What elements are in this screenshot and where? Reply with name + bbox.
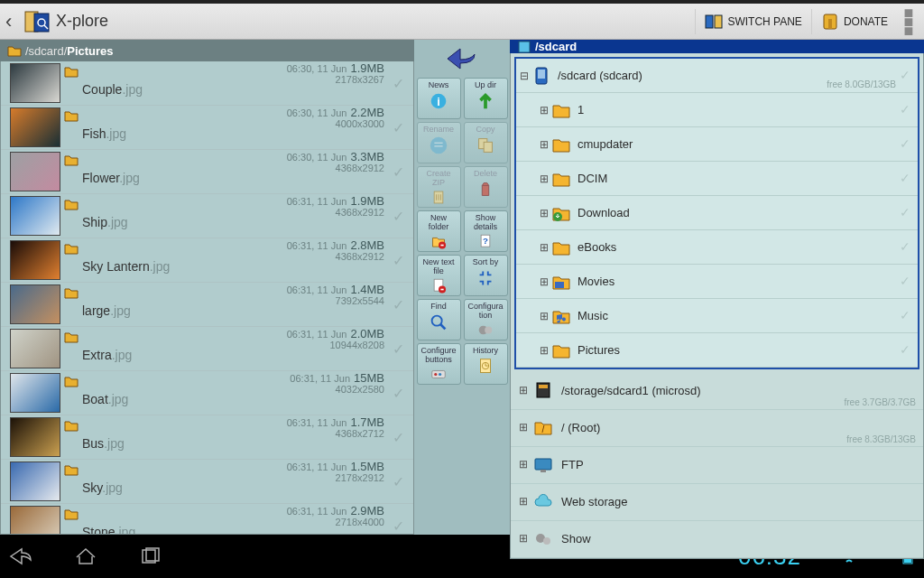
check-icon[interactable]: ✓ bbox=[393, 385, 404, 402]
tool-button[interactable]: Sort by bbox=[464, 255, 508, 296]
tool-label: Up dir bbox=[475, 80, 496, 89]
check-icon[interactable]: ✓ bbox=[900, 68, 910, 82]
nav-recent-icon[interactable] bbox=[137, 546, 164, 566]
folder-item[interactable]: ⊞DCIM✓ bbox=[516, 162, 918, 196]
expand-icon[interactable]: ⊞ bbox=[538, 275, 550, 288]
check-icon[interactable]: ✓ bbox=[900, 205, 910, 219]
tool-button[interactable]: Rename bbox=[417, 122, 461, 163]
storage-item[interactable]: ⊞/storage/sdcard1 (microsd)free 3.7GB/3.… bbox=[511, 373, 923, 410]
file-item[interactable]: Couple.jpg06:30, 11 Jun1.9MB2178x3267✓ bbox=[1, 61, 413, 106]
file-item[interactable]: Flower.jpg06:30, 11 Jun3.3MB4368x2912✓ bbox=[1, 150, 413, 194]
file-item[interactable]: Boat.jpg06:31, 11 Jun15MB4032x2580✓ bbox=[1, 371, 413, 415]
tool-button[interactable]: Newsi bbox=[417, 78, 461, 119]
check-icon[interactable]: ✓ bbox=[900, 136, 910, 151]
overflow-menu-icon[interactable]: ■■■ bbox=[897, 8, 919, 35]
left-path-bar[interactable]: /sdcard/Pictures bbox=[0, 40, 414, 61]
check-icon[interactable]: ✓ bbox=[900, 342, 910, 357]
tool-button[interactable]: Configuration bbox=[464, 299, 508, 340]
expand-icon[interactable]: ⊞ bbox=[538, 138, 550, 151]
expand-icon[interactable]: ⊞ bbox=[538, 207, 550, 219]
expand-icon[interactable]: ⊞ bbox=[514, 532, 532, 545]
direction-arrow-icon[interactable] bbox=[444, 45, 480, 72]
check-icon[interactable]: ✓ bbox=[900, 239, 910, 254]
back-icon[interactable]: ‹ bbox=[5, 10, 22, 33]
svg-rect-7 bbox=[828, 19, 832, 29]
check-icon[interactable]: ✓ bbox=[393, 429, 404, 446]
file-item[interactable]: Bus.jpg06:31, 11 Jun1.7MB4368x2712✓ bbox=[1, 415, 413, 460]
storage-item[interactable]: ⊞Show bbox=[511, 521, 923, 558]
tool-icon: ? bbox=[474, 232, 497, 251]
switch-pane-button[interactable]: SWITCH PANE bbox=[695, 9, 810, 34]
expand-icon[interactable]: ⊞ bbox=[538, 104, 550, 117]
check-icon[interactable]: ✓ bbox=[393, 340, 404, 358]
check-icon[interactable]: ✓ bbox=[900, 308, 910, 322]
expand-icon[interactable]: ⊞ bbox=[514, 421, 532, 434]
file-item[interactable]: Stone.jpg06:31, 11 Jun2.9MB2718x4000✓ bbox=[1, 504, 413, 535]
folder-label: 1 bbox=[578, 103, 584, 117]
file-meta: 06:30, 11 Jun1.9MB2178x3267 bbox=[287, 63, 384, 85]
svg-point-24 bbox=[485, 326, 492, 333]
tool-button[interactable]: Showdetails? bbox=[464, 210, 508, 252]
check-icon[interactable]: ✓ bbox=[393, 296, 404, 313]
expand-icon[interactable]: ⊞ bbox=[514, 495, 532, 508]
donate-button[interactable]: DONATE bbox=[811, 9, 897, 34]
folder-item[interactable]: ⊞Pictures✓ bbox=[516, 333, 918, 368]
folder-item[interactable]: ⊞1✓ bbox=[516, 93, 918, 127]
tool-label: Showdetails bbox=[474, 213, 497, 231]
check-icon[interactable]: ✓ bbox=[393, 75, 404, 92]
file-item[interactable]: Sky Lantern.jpg06:31, 11 Jun2.8MB4368x29… bbox=[1, 238, 413, 283]
expand-icon[interactable]: ⊞ bbox=[514, 384, 532, 396]
file-list[interactable]: Couple.jpg06:30, 11 Jun1.9MB2178x3267✓Fi… bbox=[0, 61, 414, 535]
storage-item[interactable]: ⊞FTP bbox=[511, 447, 923, 484]
folder-item[interactable]: ⊞Music✓ bbox=[516, 299, 918, 333]
check-icon[interactable]: ✓ bbox=[900, 274, 910, 288]
expand-icon[interactable]: ⊞ bbox=[538, 241, 550, 254]
folder-icon bbox=[64, 198, 79, 210]
file-item[interactable]: large.jpg06:31, 11 Jun1.4MB7392x5544✓ bbox=[1, 283, 413, 327]
nav-back-icon[interactable] bbox=[7, 546, 34, 566]
expand-icon[interactable]: ⊞ bbox=[514, 458, 532, 471]
check-icon[interactable]: ✓ bbox=[393, 119, 404, 136]
file-item[interactable]: Ship.jpg06:31, 11 Jun1.9MB4368x2912✓ bbox=[1, 194, 413, 238]
tool-label: History bbox=[473, 346, 498, 355]
folder-item[interactable]: ⊞eBooks✓ bbox=[516, 230, 918, 265]
tool-button[interactable]: Find bbox=[417, 299, 461, 340]
tool-button[interactable]: Configurebuttons bbox=[417, 343, 461, 385]
folder-item[interactable]: ⊞cmupdater✓ bbox=[516, 127, 918, 162]
folder-item[interactable]: ⊞Movies✓ bbox=[516, 265, 918, 299]
collapse-icon[interactable]: ⊟ bbox=[518, 70, 531, 82]
check-icon[interactable]: ✓ bbox=[393, 252, 404, 269]
tool-icon bbox=[427, 312, 450, 333]
storage-root-item[interactable]: ⊟/sdcard (sdcard)free 8.0GB/13GB✓ bbox=[516, 59, 918, 93]
file-item[interactable]: Sky.jpg06:31, 11 Jun1.5MB2178x2912✓ bbox=[1, 460, 413, 504]
expand-icon[interactable]: ⊞ bbox=[538, 310, 550, 322]
expand-icon[interactable]: ⊞ bbox=[538, 344, 550, 357]
storage-item[interactable]: ⊞// (Root)free 8.3GB/13GB bbox=[511, 410, 923, 447]
tool-button[interactable]: Up dir bbox=[464, 78, 508, 119]
tool-icon bbox=[427, 276, 450, 295]
tool-button[interactable]: New textfile bbox=[417, 255, 461, 296]
tool-button[interactable]: Newfolder bbox=[417, 210, 461, 252]
tool-button[interactable]: CreateZIP bbox=[417, 166, 461, 208]
expand-icon[interactable]: ⊞ bbox=[538, 172, 550, 185]
check-icon[interactable]: ✓ bbox=[393, 163, 404, 181]
nav-home-icon[interactable] bbox=[72, 546, 99, 566]
folder-item[interactable]: ⊞Download✓ bbox=[516, 196, 918, 230]
tool-button[interactable]: Copy bbox=[464, 122, 508, 163]
check-icon[interactable]: ✓ bbox=[393, 208, 404, 225]
tool-label: New textfile bbox=[422, 257, 454, 275]
file-thumbnail bbox=[10, 284, 60, 324]
right-path-bar[interactable]: /sdcard bbox=[510, 40, 924, 53]
check-icon[interactable]: ✓ bbox=[900, 171, 910, 185]
check-icon[interactable]: ✓ bbox=[900, 102, 910, 117]
svg-point-43 bbox=[543, 537, 550, 545]
file-item[interactable]: Fish.jpg06:30, 11 Jun2.2MB4000x3000✓ bbox=[1, 106, 413, 150]
app-title: X-plore bbox=[56, 12, 695, 31]
storage-item[interactable]: ⊞Web storage bbox=[511, 484, 923, 521]
folder-icon bbox=[64, 331, 79, 343]
tool-button[interactable]: Delete bbox=[464, 166, 508, 208]
check-icon[interactable]: ✓ bbox=[393, 517, 404, 535]
file-item[interactable]: Extra.jpg06:31, 11 Jun2.0MB10944x8208✓ bbox=[1, 327, 413, 371]
tool-button[interactable]: History bbox=[464, 343, 508, 385]
check-icon[interactable]: ✓ bbox=[393, 473, 404, 490]
